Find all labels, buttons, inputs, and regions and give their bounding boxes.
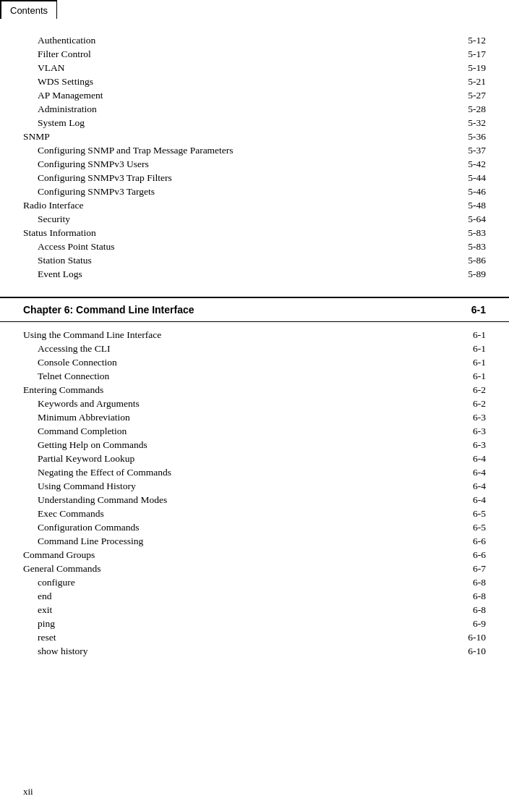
page-footer: xii	[23, 786, 33, 798]
entry-title: Exec Commands	[38, 508, 450, 520]
entry-title: General Commands	[23, 563, 450, 575]
entry-title: end	[38, 591, 450, 602]
toc-entry: General Commands6-7	[23, 562, 486, 575]
entry-title: Negating the Effect of Commands	[38, 467, 450, 478]
entry-page: 6-2	[450, 384, 486, 396]
entry-page: 5-19	[450, 62, 486, 74]
entry-page: 5-48	[450, 200, 486, 211]
toc-entry: Command Completion6-3	[23, 424, 486, 438]
toc-entry: Event Logs5-89	[23, 267, 486, 281]
entry-title: System Log	[38, 117, 450, 129]
entry-title: configure	[38, 577, 450, 588]
entry-page: 5-28	[450, 103, 486, 115]
toc-entry: AP Management5-27	[23, 88, 486, 102]
toc-entry: Access Point Status5-83	[23, 240, 486, 253]
toc-entry: configure6-8	[23, 575, 486, 589]
entry-title: Configuration Commands	[38, 522, 450, 533]
entry-title: Command Completion	[38, 426, 450, 437]
entry-page: 6-9	[450, 618, 486, 630]
entry-title: Security	[38, 213, 450, 225]
toc-entry: Station Status5-86	[23, 253, 486, 267]
entry-page: 6-4	[450, 467, 486, 478]
entry-page: 5-12	[450, 35, 486, 46]
toc-entry: Partial Keyword Lookup6-4	[23, 452, 486, 465]
entry-page: 6-10	[450, 632, 486, 643]
entry-page: 6-6	[450, 536, 486, 547]
entry-title: show history	[38, 646, 450, 657]
toc-entry: Status Information5-83	[23, 226, 486, 240]
entry-title: Authentication	[38, 35, 450, 46]
contents-label: Contents	[10, 5, 48, 16]
entry-title: Status Information	[23, 227, 450, 239]
toc-entry: Minimum Abbreviation6-3	[23, 410, 486, 424]
toc-entry: Command Groups6-6	[23, 548, 486, 562]
toc-section-2: Using the Command Line Interface6-1Acces…	[0, 325, 509, 661]
toc-entry: Command Line Processing6-6	[23, 534, 486, 548]
entry-page: 5-44	[450, 172, 486, 184]
entry-page: 6-8	[450, 577, 486, 588]
entry-page: 5-32	[450, 117, 486, 129]
entry-title: AP Management	[38, 90, 450, 101]
toc-entry: Accessing the CLI6-1	[23, 342, 486, 355]
entry-title: Configuring SNMPv3 Users	[38, 158, 450, 170]
toc-entry: end6-8	[23, 589, 486, 603]
entry-page: 5-21	[450, 76, 486, 88]
entry-page: 5-27	[450, 90, 486, 101]
entry-page: 5-42	[450, 158, 486, 170]
toc-entry: Using the Command Line Interface6-1	[23, 328, 486, 342]
entry-page: 6-5	[450, 508, 486, 520]
entry-page: 5-86	[450, 255, 486, 266]
entry-title: WDS Settings	[38, 76, 450, 88]
entry-page: 6-7	[450, 563, 486, 575]
toc-section-1: Authentication5-12Filter Control5-17VLAN…	[0, 30, 509, 284]
toc-entry: WDS Settings5-21	[23, 75, 486, 88]
toc-entry: Exec Commands6-5	[23, 507, 486, 520]
entry-title: VLAN	[38, 62, 450, 74]
entry-title: exit	[38, 604, 450, 616]
toc-entry: show history6-10	[23, 644, 486, 658]
entry-page: 6-3	[450, 412, 486, 423]
toc-entry: Security5-64	[23, 212, 486, 226]
toc-entry: ping6-9	[23, 617, 486, 630]
entry-title: Configuring SNMPv3 Trap Filters	[38, 172, 450, 184]
toc-entry: Radio Interface5-48	[23, 198, 486, 212]
toc-entry: Filter Control5-17	[23, 47, 486, 61]
toc-entry: Keywords and Arguments6-2	[23, 397, 486, 410]
chapter6-title: Chapter 6: Command Line Interface	[23, 304, 194, 316]
entry-title: Configuring SNMPv3 Targets	[38, 186, 450, 198]
entry-title: Keywords and Arguments	[38, 398, 450, 410]
entry-page: 6-2	[450, 398, 486, 410]
toc-entry: Console Connection6-1	[23, 355, 486, 369]
toc-entry: Configuration Commands6-5	[23, 520, 486, 534]
entry-page: 6-8	[450, 604, 486, 616]
toc-entry: System Log5-32	[23, 116, 486, 130]
entry-page: 5-36	[450, 131, 486, 143]
toc-entry: exit6-8	[23, 603, 486, 617]
entry-page: 6-4	[450, 494, 486, 506]
entry-page: 6-1	[450, 357, 486, 368]
toc-entry: VLAN5-19	[23, 61, 486, 75]
entry-title: Console Connection	[38, 357, 450, 368]
entry-title: Minimum Abbreviation	[38, 412, 450, 423]
toc-entry: Using Command History6-4	[23, 479, 486, 493]
entry-page: 6-3	[450, 439, 486, 451]
toc-entry: Configuring SNMP and Trap Message Parame…	[23, 143, 486, 157]
entry-page: 5-83	[450, 227, 486, 239]
entry-title: Partial Keyword Lookup	[38, 453, 450, 465]
entry-title: Radio Interface	[23, 200, 450, 211]
toc-entry: Getting Help on Commands6-3	[23, 438, 486, 452]
toc-entry: Administration5-28	[23, 102, 486, 116]
entry-title: Accessing the CLI	[38, 343, 450, 355]
entry-title: Getting Help on Commands	[38, 439, 450, 451]
entry-title: Command Line Processing	[38, 536, 450, 547]
page-container: Contents Authentication5-12Filter Contro…	[0, 0, 509, 812]
page-number: xii	[23, 786, 33, 797]
toc-entry: Authentication5-12	[23, 33, 486, 47]
toc-entry: Negating the Effect of Commands6-4	[23, 465, 486, 479]
entry-title: Understanding Command Modes	[38, 494, 450, 506]
entry-title: Event Logs	[38, 268, 450, 280]
entry-page: 6-1	[450, 329, 486, 341]
entry-page: 5-17	[450, 48, 486, 60]
entry-page: 6-10	[450, 646, 486, 657]
toc-entry: Telnet Connection6-1	[23, 369, 486, 383]
